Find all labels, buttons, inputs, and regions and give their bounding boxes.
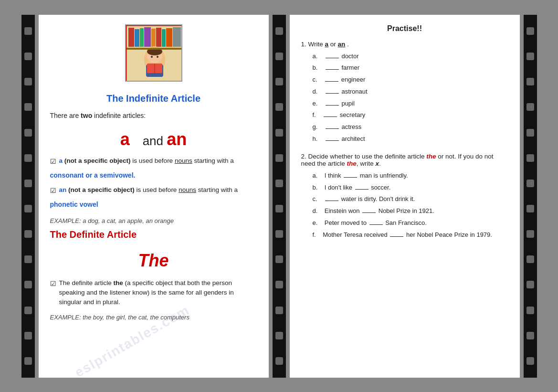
q1-item-a: a. doctor [313,52,508,62]
q1-a: a [325,41,329,48]
phonetic-blue: phonetic vowel [50,201,98,208]
q2-end: . [379,160,381,167]
q1-item-c: c. engineer [313,75,508,85]
checkbox2-bold: (not a specific object) [68,186,135,193]
blank [344,177,357,178]
film-hole [275,357,283,365]
film-hole [275,78,283,85]
checkbox3-content: The definite article the (a specific obj… [59,278,257,307]
film-hole [275,27,283,35]
consonant-blue: consonant or a semivowel. [50,171,136,179]
q2-the2: the [347,160,357,167]
film-hole [526,307,534,314]
svg-rect-10 [173,27,181,47]
film-hole [275,154,283,162]
film-hole [526,230,534,238]
consonant-text: consonant or a semivowel. [50,170,136,180]
question2-label: 2. Decide whether to use the definite ar… [301,153,508,167]
the-display: The [50,251,257,271]
film-hole [24,281,32,288]
checkbox-item-the: ☑ The definite article the (a specific o… [50,278,257,307]
q1-end: . [347,41,349,48]
q2-items: a. I think man is unfriendly. b. I don't… [301,171,508,240]
blank [325,81,338,82]
blank [326,105,339,106]
book-image-container [50,24,257,88]
blank [325,201,338,201]
svg-point-17 [151,56,153,58]
intro-bold: two [81,112,92,119]
film-hole [24,78,32,85]
film-hole [275,230,283,238]
film-hole [24,307,32,314]
svg-rect-6 [151,29,156,47]
checkbox1-rest: is used before [132,157,175,164]
checkbox1-content: a (not a specific object) is used before… [59,156,234,166]
q1-item-g: g. actress [313,122,508,132]
left-page: The Indefinite Article There are two ind… [39,15,269,378]
svg-rect-7 [156,28,161,47]
blank [326,140,339,141]
svg-rect-5 [144,27,151,47]
checkbox3-prefix: The definite article [59,279,114,286]
film-hole [24,205,32,212]
intro-paragraph: There are two indefinite articles: [50,111,146,121]
svg-rect-2 [128,28,134,47]
film-hole [526,357,534,365]
film-hole [275,255,283,263]
checkbox1-rest2: starting with a [192,157,234,164]
blank [326,128,339,129]
checkbox2-content: an (not a specific object) is used befor… [59,185,238,195]
film-hole [526,332,534,339]
q1-item-d: d. astronaut [313,87,508,97]
film-hole [526,27,534,35]
practise-title: Practise!! [301,24,508,33]
left-film-strip [21,15,35,378]
film-hole [275,205,283,212]
svg-rect-19 [126,48,182,50]
film-hole [24,129,32,137]
q2-item-c: c. water is dirty. Don't drink it. [313,194,508,204]
checkbox-symbol-1: ☑ [50,157,56,167]
film-hole [275,307,283,314]
q1-items: a. doctor b. farmer c. engineer d. astro… [301,52,508,144]
q1-item-h: h. architect [313,134,508,144]
q1-item-f: f. secretary [313,110,508,120]
checkbox2-rest: is used before [137,186,179,193]
question1-section: 1. Write a or an . a. doctor b. farmer c… [301,41,508,146]
svg-rect-4 [140,28,144,47]
film-hole [275,103,283,111]
definite-article-title: The Definite Article [50,229,257,240]
checkbox1-bold: (not a specific object) [64,157,131,164]
q2-item-a: a. I think man is unfriendly. [313,171,508,181]
q1-an: an [338,41,346,48]
film-hole [275,53,283,60]
right-page: Practise!! 1. Write a or an . a. doctor … [290,15,520,378]
film-hole [526,281,534,288]
blank [326,93,339,94]
blank [355,189,368,190]
q2-text: Decide whether to use the definite artic… [308,153,427,160]
blank [369,224,383,225]
phonetic-text: phonetic vowel [50,200,98,210]
indefinite-article-title: The Indefinite Article [50,93,257,104]
film-hole [526,154,534,162]
q2-the: the [426,153,436,160]
checkbox-symbol-3: ☑ [50,279,56,289]
film-hole [526,53,534,60]
articles-display: a and an [50,129,257,149]
the-bold: the [114,279,123,286]
blank [390,236,403,237]
svg-rect-3 [135,29,139,47]
example1: EXAMPLE: a dog, a cat, an apple, an oran… [50,217,174,224]
film-hole [24,230,32,238]
film-hole [275,180,283,187]
film-hole [526,205,534,212]
film-hole [526,78,534,85]
checkbox-item-a: ☑ a (not a specific object) is used befo… [50,156,234,167]
blank [326,69,339,70]
middle-film-strip [273,15,286,378]
film-hole [24,255,32,263]
checkbox-symbol-2: ☑ [50,186,56,196]
q2-number: 2. [301,153,306,160]
